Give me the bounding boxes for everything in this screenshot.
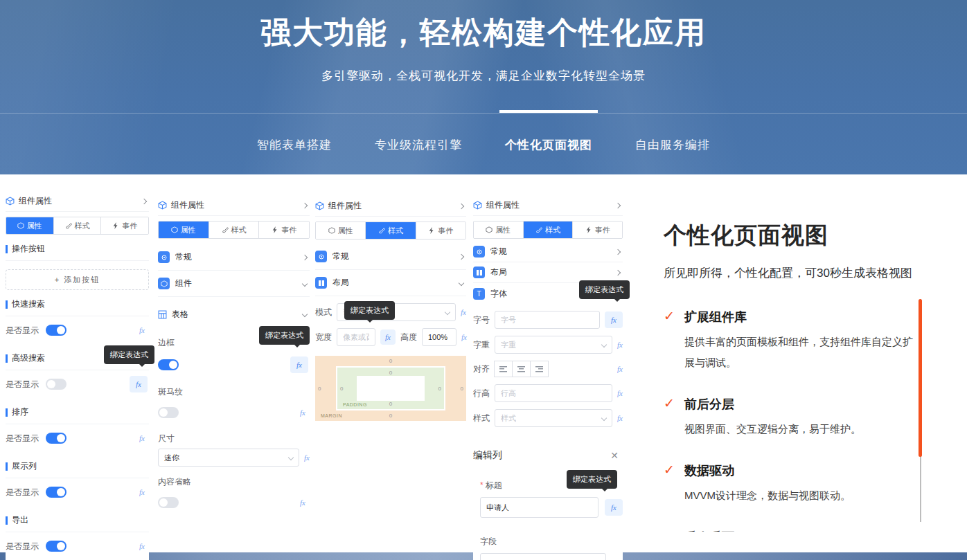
- box-model-content: [357, 376, 425, 401]
- fx-button[interactable]: fx: [290, 356, 308, 373]
- feature-subtitle: 所见即所得，个性化配置，可30秒生成表格视图: [664, 265, 921, 281]
- font-icon: T: [473, 288, 485, 300]
- fx-icon[interactable]: fx: [617, 414, 623, 422]
- chevron-right-icon: [615, 249, 621, 254]
- field-label: 标题: [486, 480, 502, 490]
- tab-style[interactable]: 样式: [54, 217, 102, 234]
- fx-icon[interactable]: fx: [139, 542, 145, 550]
- props-panel-3: 组件属性 属性 样式 事件 常规 布局: [315, 196, 466, 421]
- chevron-right-icon[interactable]: [302, 202, 308, 208]
- line-height-row: 行高 行高 fx: [473, 384, 623, 402]
- chevron-down-icon: [445, 309, 450, 315]
- section-display-columns: 展示列: [6, 460, 149, 478]
- tab-style[interactable]: 样式: [366, 222, 416, 239]
- collapse-label: 字体: [490, 288, 507, 300]
- tab-style[interactable]: 样式: [209, 222, 260, 238]
- tab-events[interactable]: 事件: [573, 222, 622, 238]
- close-icon[interactable]: ✕: [610, 450, 619, 461]
- chevron-right-icon[interactable]: [459, 203, 464, 208]
- page-title: 强大功能，轻松构建个性化应用: [0, 12, 967, 53]
- toggle-on[interactable]: [46, 433, 66, 444]
- tab-smart-form[interactable]: 智能表单搭建: [254, 136, 335, 154]
- align-center-button[interactable]: [512, 361, 531, 377]
- font-size-input[interactable]: 字号: [495, 311, 600, 329]
- list-item: ✓ 千人千面 配置化实现，视图内容可由用户自定义: [664, 529, 921, 532]
- chevron-down-icon: [302, 311, 308, 317]
- panel-header: 组件属性: [473, 195, 623, 216]
- font-weight-select[interactable]: 字重: [495, 336, 612, 354]
- collapse-general[interactable]: 常规: [473, 242, 623, 262]
- toggle-on[interactable]: [46, 325, 66, 336]
- collapse-layout[interactable]: 布局: [315, 270, 466, 296]
- tab-style[interactable]: 样式: [524, 222, 574, 238]
- collapse-font[interactable]: T 字体 绑定表达式: [473, 283, 623, 304]
- fx-icon[interactable]: fx: [139, 488, 145, 496]
- line-height-input[interactable]: 行高: [495, 384, 612, 402]
- tab-service-orchestration[interactable]: 自由服务编排: [632, 136, 713, 154]
- collapse-label: 组件: [175, 278, 192, 289]
- add-button[interactable]: + 添加按钮: [6, 269, 149, 290]
- margin-bottom-value: 0: [389, 413, 392, 419]
- tab-properties[interactable]: 属性: [159, 222, 209, 238]
- collapse-component[interactable]: 组件: [158, 271, 310, 297]
- tab-label: 样式: [231, 225, 247, 235]
- chevron-right-icon[interactable]: [141, 198, 147, 204]
- drawer-title: 编辑列: [473, 449, 502, 462]
- feature-tabs: 智能表单搭建 专业级流程引擎 个性化页面视图 自由服务编排: [0, 136, 967, 154]
- toggle-on[interactable]: [46, 487, 66, 498]
- chevron-right-icon: [615, 269, 621, 275]
- title-input[interactable]: 申请人: [480, 497, 598, 518]
- align-left-button[interactable]: [494, 361, 513, 377]
- field-input[interactable]: request_user: [480, 553, 606, 560]
- fx-icon[interactable]: fx: [139, 434, 145, 442]
- style-select[interactable]: 样式: [495, 409, 612, 427]
- check-icon: ✓: [664, 395, 675, 411]
- tab-events[interactable]: 事件: [416, 222, 465, 239]
- toggle-off[interactable]: [158, 497, 179, 508]
- toggle-off[interactable]: [46, 379, 66, 390]
- fx-icon[interactable]: fx: [617, 365, 623, 373]
- height-input[interactable]: 100%: [422, 328, 456, 346]
- toggle-off[interactable]: [158, 407, 179, 418]
- tab-properties[interactable]: 属性: [316, 222, 366, 239]
- fx-icon[interactable]: fx: [139, 326, 145, 334]
- list-item: ✓ 扩展组件库 提供丰富的页面模板和组件，支持组件库自定义扩展与调试。: [664, 309, 921, 373]
- fx-icon[interactable]: fx: [617, 341, 623, 349]
- fx-icon[interactable]: fx: [304, 453, 310, 462]
- show-label: 是否显示: [6, 325, 39, 336]
- collapse-label: 常规: [332, 251, 349, 262]
- size-select[interactable]: 迷你: [158, 449, 299, 467]
- setting-row: fx: [158, 402, 310, 423]
- fx-icon[interactable]: fx: [461, 333, 467, 341]
- item-desc: 视图界面、交互逻辑分离，易于维护。: [684, 419, 913, 440]
- toggle-on[interactable]: [46, 541, 66, 552]
- toggle-on[interactable]: [158, 359, 179, 370]
- fx-button[interactable]: fx: [130, 376, 148, 392]
- tab-page-view[interactable]: 个性化页面视图: [502, 136, 595, 154]
- fx-icon[interactable]: fx: [461, 308, 466, 316]
- tab-events[interactable]: 事件: [259, 222, 309, 238]
- tab-events[interactable]: 事件: [101, 217, 148, 234]
- fx-button[interactable]: fx: [380, 329, 396, 345]
- fx-button[interactable]: fx: [605, 311, 623, 328]
- section-quick-search: 快速搜索: [6, 298, 149, 316]
- tab-process-engine[interactable]: 专业级流程引擎: [372, 136, 465, 154]
- width-input[interactable]: 像素或百分比: [337, 328, 375, 346]
- collapse-table[interactable]: 表格: [158, 301, 310, 327]
- fx-icon[interactable]: fx: [300, 498, 305, 507]
- show-label: 是否显示: [6, 379, 39, 390]
- collapse-general[interactable]: 常规: [158, 244, 310, 271]
- scrollbar-thumb[interactable]: [919, 299, 922, 457]
- setting-row: fx: [158, 492, 310, 513]
- align-right-button[interactable]: [530, 361, 549, 377]
- bind-expression-tooltip: 绑定表达式: [259, 326, 310, 345]
- tab-properties[interactable]: 属性: [474, 222, 524, 238]
- chevron-right-icon[interactable]: [615, 202, 621, 208]
- fx-icon[interactable]: fx: [617, 389, 623, 397]
- bind-expression-tooltip: 绑定表达式: [579, 280, 630, 299]
- tab-properties[interactable]: 属性: [6, 217, 54, 234]
- align-button-group: [495, 361, 549, 377]
- fx-icon[interactable]: fx: [300, 408, 305, 417]
- fx-button[interactable]: fx: [605, 499, 623, 516]
- collapse-general[interactable]: 常规: [315, 244, 466, 270]
